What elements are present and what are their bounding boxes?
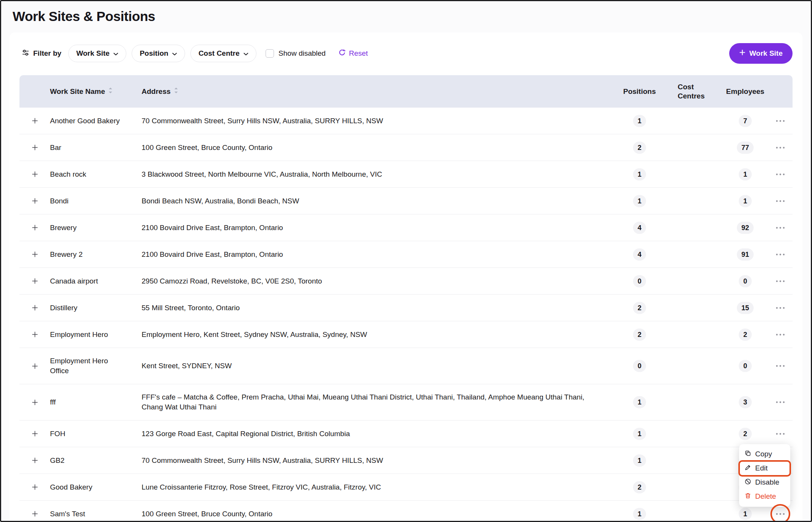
row-actions-button[interactable] [773, 331, 787, 338]
expand-row-button[interactable] [29, 455, 40, 466]
table-row: Bondi Bondi Beach NSW, Australia, Bondi … [19, 188, 793, 214]
plus-icon [739, 49, 746, 58]
table-row: Bar 100 Green Street, Bruce County, Onta… [19, 134, 793, 161]
positions-count-badge: 1 [633, 454, 646, 467]
expand-row-button[interactable] [29, 508, 40, 519]
work-site-name: Canada airport [50, 268, 142, 294]
positions-count-badge: 1 [633, 508, 646, 520]
employees-count-badge: 91 [737, 248, 754, 261]
page-title: Work Sites & Positions [13, 9, 811, 24]
chevron-down-icon [172, 49, 177, 58]
filter-position-dropdown[interactable]: Position [132, 45, 185, 62]
row-actions-button[interactable] [773, 198, 787, 205]
row-actions-button[interactable] [773, 511, 787, 517]
header-cost-centres: Cost Centres [665, 82, 722, 101]
show-disabled-label: Show disabled [279, 49, 326, 58]
header-work-site-name[interactable]: Work Site Name [50, 87, 142, 97]
table-body: Another Good Bakery 70 Commonwealth Stre… [19, 108, 793, 522]
employees-count-badge: 0 [739, 360, 752, 372]
row-actions-button[interactable] [773, 304, 787, 311]
content-card: Filter by Work Site Position Cost Centre [10, 32, 802, 522]
work-site-address: 100 Green Street, Bruce County, Ontario [142, 501, 614, 522]
expand-row-button[interactable] [29, 276, 40, 287]
work-site-address: 55 Mill Street, Toronto, Ontario [142, 295, 614, 321]
work-site-name: Sam's Test [50, 501, 142, 522]
disable-icon [744, 478, 751, 487]
copy-icon [744, 450, 751, 459]
expand-row-button[interactable] [29, 302, 40, 313]
sort-icon[interactable] [108, 87, 113, 97]
filter-icon [22, 49, 29, 58]
table-row: Brewery 2 2100 Bovaird Drive East, Bramp… [19, 241, 793, 268]
positions-count-badge: 2 [633, 142, 646, 154]
filter-work-site-dropdown[interactable]: Work Site [68, 45, 126, 62]
expand-row-button[interactable] [29, 482, 40, 493]
add-work-site-button[interactable]: Work Site [729, 43, 793, 64]
work-site-address: 123 Gorge Road East, Capital Regional Di… [142, 421, 614, 447]
chevron-down-icon [243, 49, 248, 58]
row-actions-context-menu: Copy Edit Disable [739, 444, 790, 507]
show-disabled-checkbox[interactable] [266, 49, 274, 58]
reset-filters-button[interactable]: Reset [336, 48, 370, 58]
header-address[interactable]: Address [142, 87, 614, 97]
positions-count-badge: 4 [633, 248, 646, 261]
row-actions-button[interactable] [773, 144, 787, 151]
table-row: fff FFF's cafe – Matcha & Coffee, Prem P… [19, 384, 793, 420]
trash-icon [744, 492, 751, 501]
work-site-name: Beach rock [50, 161, 142, 187]
work-site-name: Brewery 2 [50, 242, 142, 267]
positions-count-badge: 4 [633, 222, 646, 234]
menu-item-delete[interactable]: Delete [741, 490, 788, 504]
work-site-name: Employment Hero Office [50, 348, 142, 384]
menu-item-edit[interactable]: Edit [741, 461, 788, 475]
row-actions-button[interactable] [773, 278, 787, 285]
row-actions-button[interactable] [773, 251, 787, 258]
table-row: Canada airport 2950 Camozzi Road, Revels… [19, 268, 793, 295]
expand-row-button[interactable] [29, 428, 40, 439]
row-actions-button[interactable] [773, 399, 787, 406]
work-site-address: Kent Street, SYDNEY, NSW [142, 353, 614, 379]
employees-count-badge: 1 [739, 508, 752, 520]
positions-count-badge: 0 [633, 360, 646, 372]
show-disabled-toggle[interactable]: Show disabled [266, 49, 326, 58]
row-actions-button[interactable] [773, 171, 787, 178]
expand-row-button[interactable] [29, 142, 40, 153]
work-site-address: 2100 Bovaird Drive East, Brampton, Ontar… [142, 215, 614, 241]
expand-row-button[interactable] [29, 397, 40, 408]
expand-row-button[interactable] [29, 195, 40, 206]
app-window: Work Sites & Positions Filter by Work Si… [0, 0, 812, 522]
work-site-address: 3 Blackwood Street, North Melbourne VIC,… [142, 161, 614, 187]
employees-count-badge: 92 [737, 222, 754, 234]
chevron-down-icon [113, 49, 118, 58]
table-row: Employment Hero Employment Hero, Kent St… [19, 321, 793, 348]
row-actions-button[interactable] [773, 224, 787, 231]
header-positions: Positions [614, 87, 665, 97]
table-row: FOH 123 Gorge Road East, Capital Regiona… [19, 420, 793, 447]
filter-by-label: Filter by [22, 49, 61, 58]
filter-cost-centre-dropdown[interactable]: Cost Centre [190, 45, 256, 62]
expand-row-button[interactable] [29, 329, 40, 340]
work-site-name: Bar [50, 135, 142, 161]
row-actions-button[interactable] [773, 118, 787, 124]
expand-row-button[interactable] [29, 249, 40, 260]
positions-count-badge: 1 [633, 396, 646, 408]
expand-row-button[interactable] [29, 169, 40, 180]
work-site-address: 100 Green Street, Bruce County, Ontario [142, 135, 614, 161]
expand-row-button[interactable] [29, 222, 40, 233]
positions-count-badge: 0 [633, 275, 646, 287]
header-employees: Employees [722, 87, 768, 97]
row-actions-button[interactable] [773, 362, 787, 369]
menu-item-copy[interactable]: Copy [741, 447, 788, 461]
work-site-address: Lune Croissanterie Fitzroy, Rose Street,… [142, 474, 614, 500]
sort-icon[interactable] [174, 87, 179, 97]
menu-item-disable[interactable]: Disable [741, 475, 788, 490]
work-site-name: Good Bakery [50, 474, 142, 500]
positions-count-badge: 1 [633, 115, 646, 127]
expand-row-button[interactable] [29, 115, 40, 126]
positions-count-badge: 2 [633, 329, 646, 341]
work-site-name: GB2 [50, 448, 142, 474]
expand-row-button[interactable] [29, 361, 40, 372]
reset-icon [338, 49, 346, 58]
positions-count-badge: 2 [633, 481, 646, 493]
row-actions-button[interactable] [773, 430, 787, 437]
